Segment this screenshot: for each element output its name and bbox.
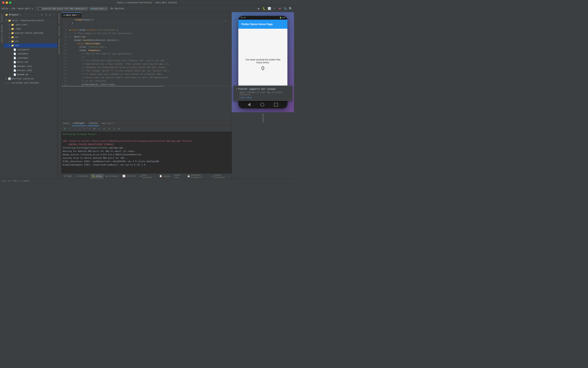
debug-button[interactable]: 🐛 (262, 7, 266, 11)
tree-packages[interactable]: ▶ 📄 .packages (4, 56, 57, 60)
filter-icon[interactable]: ⊡ (102, 127, 106, 131)
tab-console[interactable]: Console (87, 121, 99, 126)
tree-lib[interactable]: ▶ 📁 lib (4, 39, 57, 44)
tab-problems[interactable]: ⚠ Problems (74, 174, 90, 179)
sidebar-item-structure[interactable]: Structure (58, 12, 61, 25)
close-panel-icon[interactable]: — (53, 13, 56, 17)
device-selector-label[interactable]: Android SDK built for x86 (mobile) (42, 8, 84, 10)
database-side-tab[interactable]: Database (232, 112, 294, 179)
tab-close-button[interactable]: ✕ (78, 14, 79, 16)
tab-close-debug[interactable]: main.dart ✕ (100, 121, 116, 126)
learn-more-link[interactable]: Learn more (236, 97, 290, 99)
tree-external-libs[interactable]: ▶ 📊 External Libraries (4, 77, 57, 81)
lightning-icon[interactable]: ⚡ (107, 127, 111, 131)
build-success-icon: ✓ (225, 19, 226, 22)
close-button[interactable] (2, 1, 5, 4)
minimize-button[interactable] (6, 1, 8, 4)
tree-metadata[interactable]: ▶ 📄 .metadata (4, 52, 57, 56)
collapse-icon[interactable]: ≡ (44, 13, 48, 17)
readme-label: README.md (17, 74, 28, 76)
tab-dart-analysis[interactable]: ◆ Dart Analysis (138, 174, 157, 179)
tree-gitignore[interactable]: ▶ 📄 .gitignore (4, 48, 57, 52)
tree-root[interactable]: ▼ 📁 hello ~/Desktop/test/hello (4, 18, 57, 23)
dropdown-icon[interactable]: ▾ (20, 14, 21, 16)
toast-title: Flutter supports hot reload! (238, 88, 276, 91)
log-line-9: D/EGL_emulation( 5207): eglMakeCurrent: … (63, 160, 230, 163)
step-out-icon[interactable]: ↗ (87, 127, 92, 131)
coverage-button[interactable]: 📊 (267, 7, 271, 11)
code-line-16: 16 // (61, 55, 232, 59)
panel-header: 📁 Project ▾ ⊕ ≡ ⚙ — (4, 12, 57, 18)
main-layout: Project Resource Manager 📁 Project ▾ ⊕ ≡… (0, 12, 294, 179)
tree-hello-iml[interactable]: ▶ 📄 hello.iml (4, 60, 57, 64)
breadcrumb-lib[interactable]: lib (11, 7, 15, 10)
tab-terminal[interactable]: ▶ Terminal (104, 174, 120, 179)
sidebar-item-build-variants[interactable]: Build Variants (58, 37, 61, 55)
arrow-right: ▶ (8, 24, 10, 26)
wrap-icon[interactable]: ↩ (97, 127, 101, 131)
tab-database-inspector[interactable]: 💾 Database Inspector (185, 174, 210, 179)
table-icon[interactable]: ⊞ (92, 127, 97, 131)
editor-and-debug: ◆ main.dart ✕ ✓ runApp(MyApp()); 6 } (61, 12, 232, 179)
window-controls[interactable] (2, 1, 11, 4)
attach-button[interactable]: 📎 (283, 7, 287, 11)
tree-pubspec-yaml[interactable]: ▶ 📄 pubspec.yaml (4, 68, 57, 73)
problems-label: Problems (78, 175, 88, 177)
tab-todo[interactable]: ☰ TODO (62, 174, 74, 179)
settings-debug-icon[interactable]: ⚙ (117, 127, 121, 131)
close-debug-tab-icon[interactable]: ✕ (114, 122, 115, 125)
charset-indicator[interactable]: UTF-8 (13, 180, 18, 182)
search-button[interactable]: 🔍 (288, 7, 292, 11)
code-line-17: 17 // Try running your application with … (61, 59, 232, 62)
tab-logcat[interactable]: 📋 Logcat (157, 174, 172, 179)
run-button[interactable]: ▶ (257, 7, 261, 11)
layout-inspector-icon: ⊟ (212, 175, 213, 177)
settings-icon[interactable]: ⚙ (48, 13, 52, 17)
line-ending-indicator[interactable]: LF (8, 180, 10, 182)
panel-icons: ⊕ ≡ ⚙ — (40, 13, 56, 17)
hot-reload-icon[interactable]: ↺ (112, 127, 116, 131)
breadcrumb[interactable]: hello › lib › main.dart (1, 7, 30, 10)
tree-pubspec-lock[interactable]: ▶ 📄 pubspec.lock (4, 64, 57, 68)
tab-main-dart[interactable]: ◆ main.dart ✕ (61, 12, 82, 18)
tab-layout-inspector[interactable]: ⊟ Layout Inspector (210, 174, 231, 179)
tree-scratches[interactable]: ▶ ✏️ Scratches and Consoles (4, 81, 57, 85)
sidebar-item-favorites[interactable]: Favorites (58, 25, 61, 37)
stop-button[interactable]: ■ (278, 7, 282, 11)
run-config-label[interactable]: main.dart (93, 8, 104, 10)
tree-readme[interactable]: ▶ 📄 README.md (4, 73, 57, 77)
breadcrumb-project[interactable]: hello (1, 7, 8, 10)
download-icon[interactable]: ↓ (73, 127, 77, 131)
tab-debug[interactable]: 🐛 Debug (90, 174, 104, 179)
tab-event-log[interactable]: Event Log (173, 174, 185, 179)
tree-android[interactable]: ▶ 📁 android [hello_android] (4, 31, 57, 35)
device-selector[interactable]: 📱 Android SDK built for x86 (mobile) ▾ (37, 7, 88, 10)
sidebar-item-project[interactable]: Project (0, 13, 3, 23)
locate-icon[interactable]: ⊕ (40, 13, 44, 17)
tree-idea[interactable]: ▶ 📁 .idea (4, 27, 57, 31)
maximize-button[interactable] (9, 1, 11, 4)
up-icon[interactable]: ↑ (68, 127, 72, 131)
tree-test[interactable]: ▶ 📁 test (4, 44, 57, 48)
recents-button[interactable] (274, 103, 278, 107)
scroll-thumb[interactable] (61, 86, 164, 86)
restart-icon[interactable]: ⟳ (63, 127, 67, 131)
breadcrumb-file[interactable]: main.dart (18, 7, 30, 10)
sidebar-item-resource-manager[interactable]: Resource Manager (0, 23, 3, 44)
position-indicator[interactable]: 9:12 (1, 180, 6, 182)
tab-profiler[interactable]: 📈 Profiler (121, 174, 138, 179)
indent-indicator[interactable]: 2 spaces (21, 180, 30, 182)
run-config-selector[interactable]: ◆ main.dart ▾ (89, 7, 108, 10)
back-button[interactable] (248, 103, 250, 107)
home-button[interactable] (260, 103, 264, 107)
debug-console-content[interactable]: Performing Streamed Install adb: failed … (61, 132, 232, 174)
profile-button[interactable]: ⚡ (272, 7, 277, 11)
tree-dart-tool[interactable]: ▶ 📁 .dart_tool (4, 23, 57, 27)
tree-ios[interactable]: ▶ 📁 ios (4, 35, 57, 39)
tab-debugger[interactable]: ◆ Debugger (71, 121, 87, 126)
idea-label: .idea (15, 28, 21, 30)
code-editor[interactable]: ✓ runApp(MyApp()); 6 } 7 8 (61, 18, 232, 120)
step-over-icon[interactable]: → (78, 127, 82, 131)
line-ending-text: LF (8, 180, 10, 182)
step-into-icon[interactable]: ↘ (82, 127, 87, 131)
